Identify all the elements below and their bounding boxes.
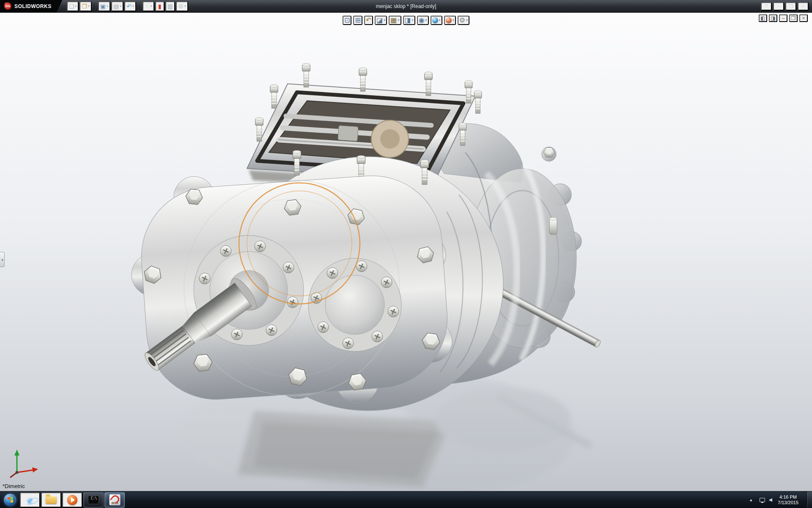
windows-flag-icon <box>8 497 13 503</box>
options-button[interactable]: ⚙ ▾ <box>176 1 188 11</box>
previous-view-button[interactable]: ↶ <box>364 16 373 25</box>
printer-icon: ▤ <box>113 3 119 9</box>
save-button[interactable]: ▣ ▾ <box>98 1 110 11</box>
previous-view-icon: ↶ <box>366 17 371 24</box>
chevron-down-icon[interactable]: ▾ <box>107 5 108 8</box>
new-document-button[interactable]: ❏ ▾ <box>67 1 79 11</box>
chevron-down-icon[interactable]: ▾ <box>75 5 77 8</box>
chevron-down-icon[interactable]: ▾ <box>466 19 468 22</box>
minimize-button[interactable]: – <box>773 2 784 11</box>
chevron-down-icon[interactable]: ▾ <box>398 19 399 22</box>
file-properties-button[interactable]: ▥ <box>165 1 175 11</box>
view-settings-button[interactable]: ⚙ ▾ <box>458 16 469 25</box>
taskbar-media-player[interactable] <box>62 492 82 508</box>
chevron-down-icon[interactable]: ▾ <box>151 5 152 8</box>
app-name: SOLIDWORKS <box>14 3 52 9</box>
solidworks-brand: DS SOLIDWORKS <box>0 0 63 13</box>
rebuild-button[interactable]: ▮ <box>155 1 165 11</box>
zoom-to-area-icon: ⊞ <box>355 17 360 24</box>
show-desktop-button[interactable] <box>807 491 812 508</box>
clock-time: 4:16 PM <box>778 494 798 500</box>
chevron-down-icon[interactable]: ▾ <box>439 19 441 22</box>
apply-scene-icon <box>446 17 452 23</box>
main-toolbar: ❏ ▾ ❐ ▾ ▣ ▾ ▤ ▾ ↶ ▾ ↖ ▾ <box>67 1 188 11</box>
taskbar: e C:\ 2015 ▲ ◀ 4:16 PM 7/13/2015 <box>0 491 812 508</box>
doc-restore-button[interactable]: ❐ <box>789 14 798 22</box>
start-button[interactable] <box>3 493 17 507</box>
command-prompt-icon: C:\ <box>88 496 99 504</box>
window-title: menjac sklop * [Read-only] <box>376 3 436 9</box>
chevron-down-icon[interactable]: ▾ <box>184 5 186 8</box>
view-orientation-button[interactable]: ▦ ▾ <box>389 16 401 25</box>
edit-appearance-button[interactable]: ▾ <box>431 16 442 25</box>
edit-appearance-icon <box>432 17 438 23</box>
options-gear-icon: ⚙ <box>178 3 184 9</box>
hide-show-items-button[interactable]: ◉ ▾ <box>417 16 429 25</box>
taskbar-file-explorer[interactable] <box>41 492 61 508</box>
file-properties-icon: ▥ <box>167 3 173 9</box>
maximize-button[interactable]: ❐ <box>785 2 796 11</box>
solidworks-logo-icon: DS <box>4 3 11 10</box>
volume-icon[interactable]: ◀ <box>769 497 772 502</box>
media-player-icon <box>67 495 77 505</box>
orientation-triad <box>7 446 45 480</box>
window-controls: ? – ❐ × <box>761 2 812 11</box>
view-orientation-label: *Dimetric <box>3 483 25 489</box>
task-pane-button[interactable]: ◨ <box>769 14 777 22</box>
view-settings-icon: ⚙ <box>459 17 465 24</box>
taskbar-command-prompt[interactable]: C:\ <box>83 492 104 508</box>
section-view-button[interactable]: ◪ ▾ <box>375 16 387 25</box>
internet-explorer-icon: e <box>28 495 33 505</box>
zoom-to-area-button[interactable]: ⊞ <box>353 16 362 25</box>
display-style-button[interactable]: ◨ ▾ <box>403 16 415 25</box>
titlebar: DS SOLIDWORKS ❏ ▾ ❐ ▾ ▣ ▾ ▤ ▾ ↶ ▾ <box>0 0 812 13</box>
solidworks-year-label: 2015 <box>111 501 118 505</box>
doc-close-button[interactable]: × <box>799 14 808 22</box>
display-style-icon: ◨ <box>404 17 411 24</box>
headsup-view-toolbar: ⊡ ⊞ ↶ ◪ ▾ ▦ ▾ ◨ ▾ ◉ ▾ <box>339 15 473 26</box>
rebuild-icon: ▮ <box>158 3 162 9</box>
open-button[interactable]: ❐ ▾ <box>80 1 92 11</box>
graphics-viewport[interactable]: ⊡ ⊞ ↶ ◪ ▾ ▦ ▾ ◨ ▾ ◉ ▾ <box>0 13 812 491</box>
chevron-down-icon[interactable]: ▾ <box>412 19 414 22</box>
taskbar-clock[interactable]: 4:16 PM 7/13/2015 <box>776 494 803 505</box>
undo-arrow-icon: ↶ <box>126 3 132 9</box>
folder-icon <box>46 496 57 504</box>
tray-expand-icon: ▲ <box>748 498 754 502</box>
system-tray: ▲ ◀ 4:16 PM 7/13/2015 <box>746 491 812 508</box>
screen: DS SOLIDWORKS ❏ ▾ ❐ ▾ ▣ ▾ ▤ ▾ ↶ ▾ <box>0 0 812 508</box>
toolbar-separator <box>139 3 140 10</box>
new-document-icon: ❏ <box>69 3 74 9</box>
featuremanager-collapse-tab[interactable]: ◂ <box>0 252 5 267</box>
chevron-down-icon[interactable]: ▾ <box>120 5 121 8</box>
featuremanager-pane-button[interactable]: ◧ <box>759 14 767 22</box>
taskbar-solidworks-2015[interactable]: 2015 <box>104 492 125 508</box>
undo-button[interactable]: ↶ ▾ <box>124 1 136 11</box>
section-view-icon: ◪ <box>376 17 383 24</box>
apply-scene-button[interactable]: ▾ <box>444 16 456 25</box>
chevron-down-icon[interactable]: ▾ <box>453 19 454 22</box>
tray-expand-button[interactable]: ▲ <box>747 495 755 505</box>
print-button[interactable]: ▤ ▾ <box>111 1 123 11</box>
zoom-to-fit-button[interactable]: ⊡ <box>343 16 351 25</box>
open-folder-icon: ❐ <box>82 3 87 9</box>
zoom-to-fit-icon: ⊡ <box>344 17 350 24</box>
chevron-down-icon[interactable]: ▾ <box>425 19 427 22</box>
select-cursor-icon: ↖ <box>145 3 150 9</box>
toolbar-separator <box>95 3 95 10</box>
save-disk-icon: ▣ <box>100 3 106 9</box>
document-window-controls: ◧ ◨ – ❐ × <box>759 14 808 22</box>
select-button[interactable]: ↖ ▾ <box>143 1 154 11</box>
chevron-down-icon[interactable]: ▾ <box>132 5 134 8</box>
network-icon[interactable] <box>760 498 765 502</box>
model-canvas[interactable] <box>0 13 812 491</box>
right-bearing-recess[interactable] <box>308 258 401 351</box>
help-button[interactable]: ? <box>761 2 772 11</box>
taskbar-internet-explorer[interactable]: e <box>20 492 40 508</box>
chevron-down-icon[interactable]: ▾ <box>88 5 90 8</box>
solidworks-app-icon: 2015 <box>109 494 121 505</box>
view-orientation-icon: ▦ <box>390 17 397 24</box>
close-button[interactable]: × <box>798 2 809 11</box>
chevron-down-icon[interactable]: ▾ <box>384 19 385 22</box>
doc-minimize-button[interactable]: – <box>779 14 787 22</box>
